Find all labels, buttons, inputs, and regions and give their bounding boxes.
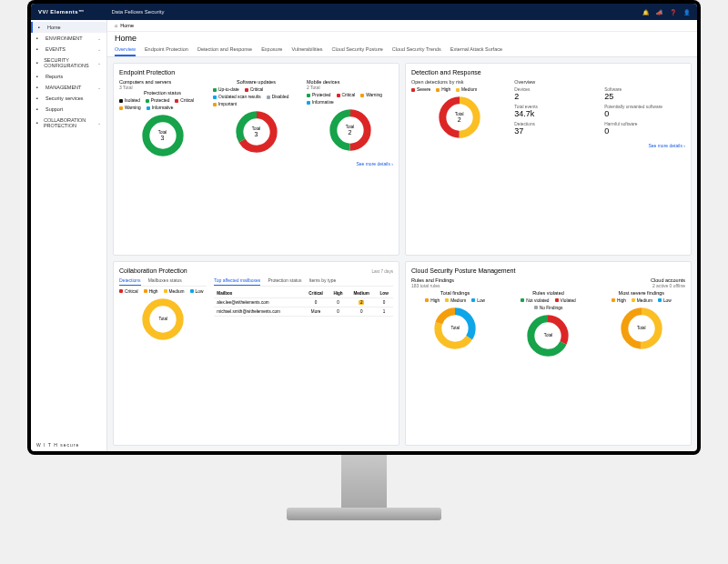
gear-icon: ▪ xyxy=(36,85,42,90)
breadcrumb[interactable]: ⌂ Home xyxy=(107,20,697,32)
sidebar-item-security-configurations[interactable]: ▪SECURITY CONFIGURATIONS⌄ xyxy=(31,55,106,71)
chevron-down-icon: ⌄ xyxy=(97,35,101,41)
shield-icon: ▪ xyxy=(36,96,42,101)
card-detection-response: Detection and Response Open detections b… xyxy=(405,63,692,256)
card-endpoint-protection: Endpoint Protection Computers and server… xyxy=(113,63,399,256)
table-row[interactable]: michael.smith@withelements.comMore001 xyxy=(214,307,393,316)
sidebar: ▪Home▪ENVIRONMENT⌄▪EVENTS⌄▪SECURITY CONF… xyxy=(31,20,107,451)
mini-tab[interactable]: Top affected mailboxes xyxy=(214,277,260,286)
donut-detections: Total2 xyxy=(438,96,481,139)
home-icon: ⌂ xyxy=(115,23,117,28)
chevron-down-icon: ⌄ xyxy=(97,46,101,52)
mini-tab[interactable]: Items by type xyxy=(309,277,337,286)
brand-logo: VV/ Elements™ xyxy=(38,9,85,15)
tab-exposure[interactable]: Exposure xyxy=(261,46,282,56)
card-collab-protection: Collaboration Protection Last 7 days Det… xyxy=(113,261,399,447)
card-title: Cloud Security Posture Management xyxy=(411,267,685,274)
chevron-down-icon: ⌄ xyxy=(97,85,101,90)
donut-1: Total3 xyxy=(235,110,278,154)
screen: VV/ Elements™ Data Fellows Security 🔔 📣 … xyxy=(31,4,697,451)
card-title: Detection and Response xyxy=(411,69,685,76)
donut-cspm-2: Total xyxy=(620,307,663,350)
chart-icon: ▪ xyxy=(36,74,42,79)
help-icon[interactable]: ❓ xyxy=(670,9,676,15)
breadcrumb-label: Home xyxy=(120,23,134,28)
notification-icon[interactable]: 🔔 xyxy=(642,9,649,15)
dashboard-cards: Endpoint Protection Computers and server… xyxy=(107,57,697,451)
org-name: Data Fellows Security xyxy=(112,9,165,15)
announce-icon[interactable]: 📣 xyxy=(656,9,662,15)
user-icon[interactable]: 👤 xyxy=(683,9,690,15)
donut-2: Total2 xyxy=(329,108,372,152)
sidebar-item-security-services[interactable]: ▪Security services xyxy=(31,93,106,104)
main-tabs: OverviewEndpoint ProtectionDetection and… xyxy=(107,43,697,57)
globe-icon: ▪ xyxy=(36,35,42,41)
dr-open-title: Open detections by risk xyxy=(411,79,507,85)
table-row[interactable]: alex.lee@withelements.com0020 xyxy=(214,297,393,307)
see-more-epp[interactable]: See more details › xyxy=(119,161,393,166)
card-title: Endpoint Protection xyxy=(119,69,393,76)
sidebar-item-environment[interactable]: ▪ENVIRONMENT⌄ xyxy=(31,33,106,44)
tab-external-attack-surface[interactable]: External Attack Surface xyxy=(450,46,502,56)
watermark-logo: W I T H secure xyxy=(31,438,106,451)
page-title: Home xyxy=(107,32,697,43)
donut-0: Total3 xyxy=(141,114,185,157)
sidebar-item-home[interactable]: ▪Home xyxy=(31,22,106,33)
card-cspm: Cloud Security Posture Management Rules … xyxy=(405,261,692,447)
chevron-down-icon: ⌄ xyxy=(97,60,101,65)
collab-period: Last 7 days xyxy=(372,269,394,274)
monitor-frame: VV/ Elements™ Data Fellows Security 🔔 📣 … xyxy=(27,0,701,455)
content-area: ⌂ Home Home OverviewEndpoint ProtectionD… xyxy=(107,20,697,451)
sidebar-item-events[interactable]: ▪EVENTS⌄ xyxy=(31,44,106,55)
card-title: Collaboration Protection xyxy=(119,267,187,274)
tab-cloud-security-trends[interactable]: Cloud Security Trends xyxy=(392,46,441,56)
donut-collab: Total xyxy=(141,297,185,341)
mini-tab[interactable]: Mailboxes status xyxy=(148,277,182,286)
support-icon: ▪ xyxy=(36,106,42,112)
home-icon: ▪ xyxy=(38,25,44,30)
donut-cspm-0: Total xyxy=(433,307,477,350)
tab-detection-and-response[interactable]: Detection and Response xyxy=(197,46,252,56)
tab-cloud-security-posture[interactable]: Cloud Security Posture xyxy=(331,46,382,56)
mini-tab[interactable]: Protection status xyxy=(268,277,301,286)
sidebar-item-support[interactable]: ▪Support xyxy=(31,104,106,115)
sidebar-item-reports[interactable]: ▪Reports xyxy=(31,71,106,82)
tab-overview[interactable]: Overview xyxy=(115,46,136,56)
topbar: VV/ Elements™ Data Fellows Security 🔔 📣 … xyxy=(31,4,697,20)
sidebar-item-management[interactable]: ▪MANAGEMENT⌄ xyxy=(31,82,106,93)
donut-cspm-1: Total xyxy=(526,314,570,358)
tab-vulnerabilities[interactable]: Vulnerabilities xyxy=(291,46,322,56)
sliders-icon: ▪ xyxy=(36,60,40,65)
mailbox-table: MailboxCriticalHighMediumLowalex.lee@wit… xyxy=(214,289,393,317)
dr-overview: Overview xyxy=(514,79,685,85)
collab-icon: ▪ xyxy=(36,120,40,126)
monitor-stand-base xyxy=(287,508,441,520)
mini-tab[interactable]: Detections xyxy=(119,277,141,286)
sidebar-item-collaboration-protection[interactable]: ▪COLLABORATION PROTECTION⌄ xyxy=(31,115,106,131)
chevron-down-icon: ⌄ xyxy=(97,120,101,126)
see-more-dr[interactable]: See more details › xyxy=(411,143,685,148)
tab-endpoint-protection[interactable]: Endpoint Protection xyxy=(145,46,188,56)
topbar-icons: 🔔 📣 ❓ 👤 xyxy=(642,9,690,15)
bars-icon: ▪ xyxy=(36,46,42,52)
monitor-stand-neck xyxy=(341,455,387,509)
